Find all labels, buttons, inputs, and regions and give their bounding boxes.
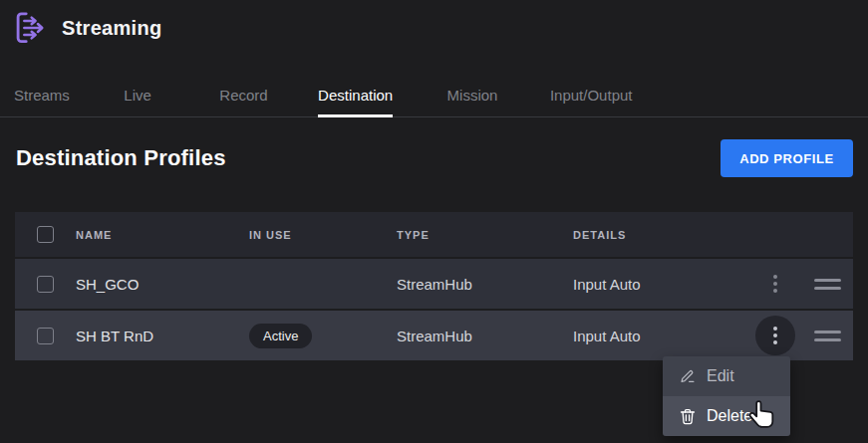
- profile-type: StreamHub: [397, 276, 573, 293]
- drag-handle-icon[interactable]: [814, 331, 842, 341]
- table-row-sh-gco[interactable]: SH_GCO StreamHub Input Auto: [15, 257, 853, 309]
- table-header-row: NAME IN USE TYPE DETAILS: [15, 212, 853, 257]
- tab-destination[interactable]: Destination: [318, 84, 393, 117]
- profile-type: StreamHub: [397, 328, 573, 344]
- drag-handle-icon[interactable]: [814, 279, 842, 290]
- row-checkbox[interactable]: [37, 276, 54, 293]
- section-header: Destination Profiles ADD PROFILE: [16, 139, 853, 177]
- tab-bar: Streams Live Record Destination Mission …: [0, 84, 868, 117]
- column-header-details: DETAILS: [573, 229, 747, 241]
- tab-streams[interactable]: Streams: [14, 84, 70, 117]
- profile-name: SH_GCO: [76, 276, 249, 293]
- profile-details: Input Auto: [573, 276, 747, 293]
- streaming-icon: [13, 8, 47, 48]
- tab-live[interactable]: Live: [124, 84, 151, 117]
- tab-mission[interactable]: Mission: [447, 84, 498, 117]
- row-checkbox[interactable]: [37, 328, 54, 344]
- menu-item-edit[interactable]: Edit: [663, 356, 790, 396]
- menu-item-label: Delete: [707, 407, 752, 425]
- select-all-checkbox[interactable]: [37, 226, 54, 243]
- table-row-sh-bt-rnd[interactable]: SH BT RnD Active StreamHub Input Auto: [15, 309, 853, 360]
- tab-input-output[interactable]: Input/Output: [550, 84, 633, 117]
- active-status-badge: Active: [249, 324, 312, 348]
- profile-name: SH BT RnD: [76, 328, 249, 344]
- profiles-table: NAME IN USE TYPE DETAILS SH_GCO StreamHu…: [15, 212, 853, 360]
- trash-icon: [680, 408, 696, 425]
- menu-item-delete[interactable]: Delete: [663, 396, 790, 436]
- page-title: Destination Profiles: [16, 145, 226, 171]
- row-actions-kebab-icon[interactable]: [755, 264, 795, 304]
- column-header-name: NAME: [76, 229, 249, 241]
- pencil-icon: [680, 368, 696, 384]
- column-header-type: TYPE: [397, 229, 573, 241]
- menu-item-label: Edit: [707, 367, 734, 385]
- tab-record[interactable]: Record: [219, 84, 267, 117]
- context-menu: Edit Delete: [663, 356, 790, 436]
- profile-details: Input Auto: [573, 328, 747, 344]
- add-profile-button[interactable]: ADD PROFILE: [721, 139, 853, 177]
- app-header: Streaming: [13, 8, 162, 48]
- app-title: Streaming: [62, 17, 162, 40]
- column-header-in-use: IN USE: [249, 229, 397, 241]
- row-actions-kebab-icon[interactable]: [755, 316, 795, 355]
